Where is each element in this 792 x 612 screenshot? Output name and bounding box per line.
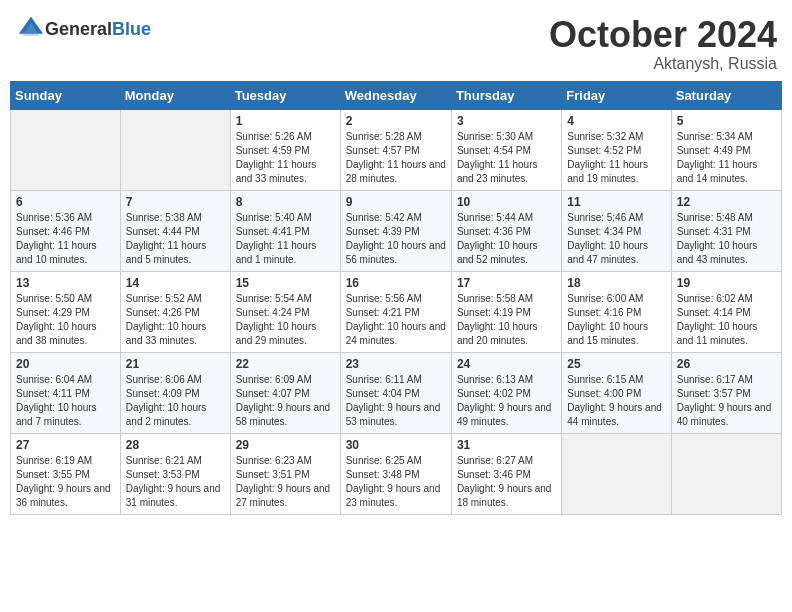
day-number: 9	[346, 195, 446, 209]
calendar-day-cell	[562, 433, 671, 514]
day-info: Sunrise: 6:02 AMSunset: 4:14 PMDaylight:…	[677, 293, 758, 346]
day-info: Sunrise: 5:40 AMSunset: 4:41 PMDaylight:…	[236, 212, 317, 265]
calendar-day-cell	[11, 109, 121, 190]
day-number: 14	[126, 276, 225, 290]
calendar-day-cell: 21Sunrise: 6:06 AMSunset: 4:09 PMDayligh…	[120, 352, 230, 433]
day-info: Sunrise: 6:13 AMSunset: 4:02 PMDaylight:…	[457, 374, 552, 427]
day-number: 5	[677, 114, 776, 128]
calendar-day-cell: 20Sunrise: 6:04 AMSunset: 4:11 PMDayligh…	[11, 352, 121, 433]
day-number: 27	[16, 438, 115, 452]
day-info: Sunrise: 5:38 AMSunset: 4:44 PMDaylight:…	[126, 212, 207, 265]
calendar-day-cell: 3Sunrise: 5:30 AMSunset: 4:54 PMDaylight…	[451, 109, 561, 190]
day-number: 19	[677, 276, 776, 290]
weekday-header: Sunday	[11, 81, 121, 109]
day-number: 10	[457, 195, 556, 209]
calendar-day-cell: 2Sunrise: 5:28 AMSunset: 4:57 PMDaylight…	[340, 109, 451, 190]
location-title: Aktanysh, Russia	[549, 55, 777, 73]
day-number: 29	[236, 438, 335, 452]
calendar-day-cell: 29Sunrise: 6:23 AMSunset: 3:51 PMDayligh…	[230, 433, 340, 514]
day-number: 11	[567, 195, 665, 209]
day-number: 31	[457, 438, 556, 452]
calendar-week-row: 1Sunrise: 5:26 AMSunset: 4:59 PMDaylight…	[11, 109, 782, 190]
day-number: 20	[16, 357, 115, 371]
weekday-header: Thursday	[451, 81, 561, 109]
calendar-day-cell: 13Sunrise: 5:50 AMSunset: 4:29 PMDayligh…	[11, 271, 121, 352]
day-info: Sunrise: 5:58 AMSunset: 4:19 PMDaylight:…	[457, 293, 538, 346]
calendar-day-cell: 1Sunrise: 5:26 AMSunset: 4:59 PMDaylight…	[230, 109, 340, 190]
day-info: Sunrise: 5:32 AMSunset: 4:52 PMDaylight:…	[567, 131, 648, 184]
calendar-day-cell: 17Sunrise: 5:58 AMSunset: 4:19 PMDayligh…	[451, 271, 561, 352]
day-info: Sunrise: 6:19 AMSunset: 3:55 PMDaylight:…	[16, 455, 111, 508]
calendar-day-cell: 27Sunrise: 6:19 AMSunset: 3:55 PMDayligh…	[11, 433, 121, 514]
day-number: 1	[236, 114, 335, 128]
day-number: 3	[457, 114, 556, 128]
day-number: 28	[126, 438, 225, 452]
day-info: Sunrise: 6:06 AMSunset: 4:09 PMDaylight:…	[126, 374, 207, 427]
calendar-day-cell: 26Sunrise: 6:17 AMSunset: 3:57 PMDayligh…	[671, 352, 781, 433]
day-info: Sunrise: 5:36 AMSunset: 4:46 PMDaylight:…	[16, 212, 97, 265]
day-number: 18	[567, 276, 665, 290]
day-info: Sunrise: 6:09 AMSunset: 4:07 PMDaylight:…	[236, 374, 331, 427]
day-info: Sunrise: 5:30 AMSunset: 4:54 PMDaylight:…	[457, 131, 538, 184]
day-number: 16	[346, 276, 446, 290]
day-number: 22	[236, 357, 335, 371]
day-info: Sunrise: 5:52 AMSunset: 4:26 PMDaylight:…	[126, 293, 207, 346]
title-block: October 2024 Aktanysh, Russia	[549, 15, 777, 73]
day-number: 7	[126, 195, 225, 209]
day-info: Sunrise: 5:54 AMSunset: 4:24 PMDaylight:…	[236, 293, 317, 346]
calendar-day-cell	[671, 433, 781, 514]
day-info: Sunrise: 5:50 AMSunset: 4:29 PMDaylight:…	[16, 293, 97, 346]
calendar-day-cell: 24Sunrise: 6:13 AMSunset: 4:02 PMDayligh…	[451, 352, 561, 433]
day-info: Sunrise: 6:27 AMSunset: 3:46 PMDaylight:…	[457, 455, 552, 508]
calendar-day-cell: 25Sunrise: 6:15 AMSunset: 4:00 PMDayligh…	[562, 352, 671, 433]
calendar-day-cell: 7Sunrise: 5:38 AMSunset: 4:44 PMDaylight…	[120, 190, 230, 271]
calendar-day-cell: 15Sunrise: 5:54 AMSunset: 4:24 PMDayligh…	[230, 271, 340, 352]
calendar-day-cell: 31Sunrise: 6:27 AMSunset: 3:46 PMDayligh…	[451, 433, 561, 514]
weekday-header: Friday	[562, 81, 671, 109]
calendar-day-cell: 10Sunrise: 5:44 AMSunset: 4:36 PMDayligh…	[451, 190, 561, 271]
calendar-day-cell: 8Sunrise: 5:40 AMSunset: 4:41 PMDaylight…	[230, 190, 340, 271]
day-number: 21	[126, 357, 225, 371]
day-number: 13	[16, 276, 115, 290]
day-number: 23	[346, 357, 446, 371]
calendar-day-cell: 11Sunrise: 5:46 AMSunset: 4:34 PMDayligh…	[562, 190, 671, 271]
calendar-day-cell: 22Sunrise: 6:09 AMSunset: 4:07 PMDayligh…	[230, 352, 340, 433]
weekday-header: Wednesday	[340, 81, 451, 109]
day-number: 17	[457, 276, 556, 290]
logo: GeneralBlue	[15, 15, 151, 43]
calendar-day-cell	[120, 109, 230, 190]
day-info: Sunrise: 5:42 AMSunset: 4:39 PMDaylight:…	[346, 212, 446, 265]
logo-text-blue: Blue	[112, 19, 151, 39]
day-info: Sunrise: 6:25 AMSunset: 3:48 PMDaylight:…	[346, 455, 441, 508]
weekday-header: Tuesday	[230, 81, 340, 109]
day-info: Sunrise: 6:11 AMSunset: 4:04 PMDaylight:…	[346, 374, 441, 427]
calendar-day-cell: 28Sunrise: 6:21 AMSunset: 3:53 PMDayligh…	[120, 433, 230, 514]
day-info: Sunrise: 6:04 AMSunset: 4:11 PMDaylight:…	[16, 374, 97, 427]
day-number: 30	[346, 438, 446, 452]
calendar-day-cell: 19Sunrise: 6:02 AMSunset: 4:14 PMDayligh…	[671, 271, 781, 352]
day-number: 4	[567, 114, 665, 128]
calendar-day-cell: 4Sunrise: 5:32 AMSunset: 4:52 PMDaylight…	[562, 109, 671, 190]
calendar-table: SundayMondayTuesdayWednesdayThursdayFrid…	[10, 81, 782, 515]
day-info: Sunrise: 6:17 AMSunset: 3:57 PMDaylight:…	[677, 374, 772, 427]
calendar-day-cell: 18Sunrise: 6:00 AMSunset: 4:16 PMDayligh…	[562, 271, 671, 352]
weekday-header-row: SundayMondayTuesdayWednesdayThursdayFrid…	[11, 81, 782, 109]
calendar-week-row: 20Sunrise: 6:04 AMSunset: 4:11 PMDayligh…	[11, 352, 782, 433]
weekday-header: Monday	[120, 81, 230, 109]
calendar-day-cell: 14Sunrise: 5:52 AMSunset: 4:26 PMDayligh…	[120, 271, 230, 352]
calendar-day-cell: 30Sunrise: 6:25 AMSunset: 3:48 PMDayligh…	[340, 433, 451, 514]
calendar-day-cell: 12Sunrise: 5:48 AMSunset: 4:31 PMDayligh…	[671, 190, 781, 271]
day-info: Sunrise: 5:46 AMSunset: 4:34 PMDaylight:…	[567, 212, 648, 265]
day-info: Sunrise: 5:34 AMSunset: 4:49 PMDaylight:…	[677, 131, 758, 184]
calendar-week-row: 13Sunrise: 5:50 AMSunset: 4:29 PMDayligh…	[11, 271, 782, 352]
day-number: 24	[457, 357, 556, 371]
day-number: 6	[16, 195, 115, 209]
day-number: 25	[567, 357, 665, 371]
month-title: October 2024	[549, 15, 777, 55]
day-info: Sunrise: 5:26 AMSunset: 4:59 PMDaylight:…	[236, 131, 317, 184]
calendar-day-cell: 23Sunrise: 6:11 AMSunset: 4:04 PMDayligh…	[340, 352, 451, 433]
logo-text-general: General	[45, 19, 112, 39]
logo-icon	[17, 15, 45, 43]
day-number: 26	[677, 357, 776, 371]
calendar-week-row: 27Sunrise: 6:19 AMSunset: 3:55 PMDayligh…	[11, 433, 782, 514]
